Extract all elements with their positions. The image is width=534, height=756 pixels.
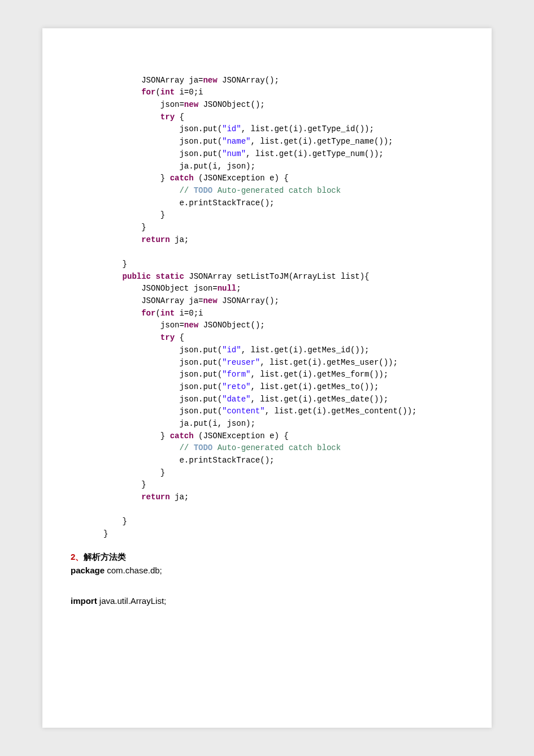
code-line: } [103, 480, 146, 489]
code-line: } [103, 210, 165, 219]
code-line: } [103, 529, 108, 538]
code-line: public static JSONArray setListToJM(Arra… [103, 272, 370, 281]
code-line: json.put("form", list.get(i).getMes_form… [103, 370, 388, 379]
code-line: e.printStackTrace(); [103, 198, 274, 208]
import-value: java.util.ArrayList; [97, 596, 167, 606]
code-line: json.put("name", list.get(i).getType_nam… [103, 137, 393, 146]
code-line: json.put("id", list.get(i).getType_id())… [103, 124, 374, 133]
code-line: json.put("id", list.get(i).getMes_id()); [103, 345, 370, 355]
package-line: package com.chase.db; [71, 563, 463, 578]
code-block-1: JSONArray ja=new JSONArray(); for(int i=… [103, 62, 463, 541]
code-line: json=new JSONObject(); [103, 321, 265, 330]
code-line: for(int i=0;i [103, 88, 203, 97]
code-line: } [103, 260, 127, 269]
code-line: e.printStackTrace(); [103, 456, 274, 465]
code-line: } catch (JSONException e) { [103, 431, 289, 440]
section-number: 2、 [71, 552, 84, 561]
import-line: import java.util.ArrayList; [71, 593, 463, 608]
code-line [103, 247, 108, 256]
code-line: try { [103, 333, 184, 342]
code-line: ja.put(i, json); [103, 419, 255, 428]
code-line: json.put("reto", list.get(i).getMes_to()… [103, 382, 379, 391]
code-line: JSONObject json=null; [103, 284, 241, 293]
import-keyword: import [71, 596, 97, 606]
code-line: } catch (JSONException e) { [103, 174, 289, 183]
package-value: com.chase.db; [105, 565, 162, 575]
code-line: json.put("reuser", list.get(i).getMes_us… [103, 358, 398, 367]
code-line: ja.put(i, json); [103, 162, 255, 171]
code-line: } [103, 517, 127, 526]
code-line: json.put("num", list.get(i).getType_num(… [103, 149, 384, 158]
package-keyword: package [71, 565, 105, 575]
section-heading: 2、解析方法类 [71, 552, 463, 563]
blank-line [71, 578, 463, 593]
code-line: } [103, 223, 146, 232]
code-line: JSONArray ja=new JSONArray(); [103, 76, 279, 85]
document-page: JSONArray ja=new JSONArray(); for(int i=… [42, 28, 492, 728]
code-line [103, 505, 108, 514]
code-line: try { [103, 113, 184, 122]
code-line: JSONArray ja=new JSONArray(); [103, 296, 279, 305]
code-line: for(int i=0;i [103, 309, 203, 318]
code-line: return ja; [103, 235, 189, 244]
section-title: 解析方法类 [84, 552, 126, 561]
code-line: // TODO Auto-generated catch block [103, 186, 341, 195]
code-line: // TODO Auto-generated catch block [103, 443, 341, 452]
code-line: } [103, 468, 165, 477]
code-line: json.put("content", list.get(i).getMes_c… [103, 407, 417, 416]
code-line: return ja; [103, 493, 189, 502]
code-line: json.put("date", list.get(i).getMes_date… [103, 395, 388, 404]
code-line: json=new JSONObject(); [103, 100, 265, 109]
